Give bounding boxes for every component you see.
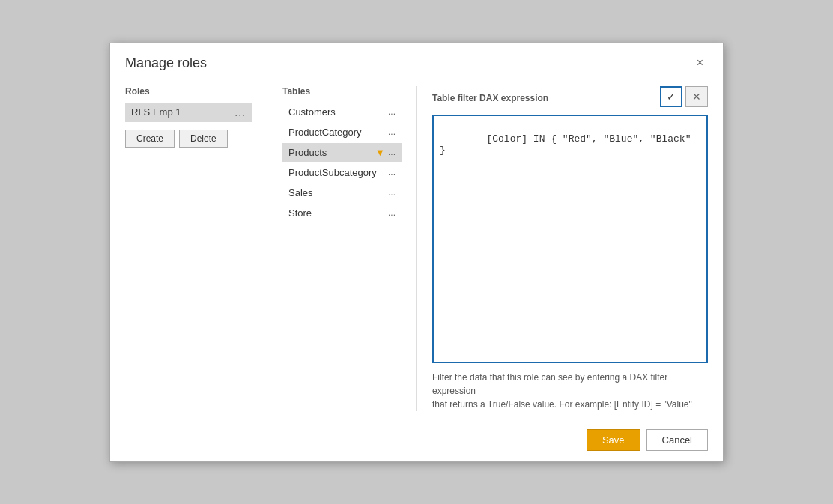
- role-ellipsis: ...: [234, 106, 246, 118]
- dax-hint-line1: Filter the data that this role can see b…: [432, 372, 667, 396]
- role-actions: Create Delete: [125, 130, 252, 148]
- table-item-ellipsis: ...: [388, 187, 396, 198]
- create-role-button[interactable]: Create: [125, 130, 175, 148]
- dialog-header: Manage roles ×: [110, 43, 723, 79]
- table-item-ellipsis: ...: [388, 207, 396, 218]
- dax-hint-line2: that returns a True/False value. For exa…: [432, 399, 692, 410]
- delete-role-button[interactable]: Delete: [179, 130, 228, 148]
- manage-roles-dialog: Manage roles × Roles RLS Emp 1 ... Creat…: [109, 43, 724, 462]
- dax-toolbar: ✓ ✕: [660, 86, 708, 107]
- table-item-ellipsis: ...: [388, 106, 396, 117]
- dialog-footer: Save Cancel: [110, 419, 723, 461]
- table-item-icons: ...: [388, 106, 396, 117]
- table-item-icons: ...: [388, 127, 396, 137]
- filter-icon: ▼: [375, 147, 385, 158]
- dax-editor[interactable]: [Color] IN { "Red", "Blue", "Black" }: [432, 115, 708, 363]
- table-item-ellipsis: ...: [388, 127, 396, 137]
- table-item-name: ProductSubcategory: [288, 167, 388, 178]
- table-item[interactable]: Sales...: [282, 183, 402, 202]
- role-item[interactable]: RLS Emp 1 ...: [125, 103, 252, 122]
- roles-label: Roles: [125, 86, 252, 97]
- table-item-ellipsis: ...: [388, 167, 396, 177]
- table-item-name: Products: [288, 147, 375, 158]
- times-icon: ✕: [692, 91, 701, 103]
- table-item-icons: ▼...: [375, 147, 396, 158]
- dax-expression: [Color] IN { "Red", "Blue", "Black" }: [440, 133, 697, 156]
- save-button[interactable]: Save: [587, 429, 640, 451]
- table-item[interactable]: Store...: [282, 204, 402, 222]
- dialog-body: Roles RLS Emp 1 ... Create Delete Tables…: [110, 79, 723, 411]
- dialog-title: Manage roles: [125, 55, 207, 71]
- dax-confirm-button[interactable]: ✓: [660, 86, 682, 107]
- table-item-name: Customers: [288, 106, 388, 118]
- tables-list: Customers...ProductCategory...Products▼.…: [282, 103, 402, 222]
- table-item-ellipsis: ...: [388, 147, 396, 157]
- dax-column: Table filter DAX expression ✓ ✕ [Color] …: [417, 86, 708, 411]
- table-item-name: Sales: [288, 187, 388, 198]
- cancel-button[interactable]: Cancel: [646, 429, 708, 451]
- checkmark-icon: ✓: [667, 91, 676, 103]
- table-item[interactable]: Customers...: [282, 103, 402, 121]
- dax-hint: Filter the data that this role can see b…: [432, 371, 708, 411]
- table-item[interactable]: Products▼...: [282, 143, 402, 162]
- table-item[interactable]: ProductSubcategory...: [282, 163, 402, 182]
- dax-label: Table filter DAX expression: [432, 93, 548, 103]
- table-item-name: ProductCategory: [288, 127, 388, 138]
- close-button[interactable]: ×: [692, 55, 708, 70]
- table-item-icons: ...: [388, 187, 396, 198]
- tables-column: Tables Customers...ProductCategory...Pro…: [267, 86, 417, 411]
- roles-column: Roles RLS Emp 1 ... Create Delete: [125, 86, 267, 411]
- table-item-icons: ...: [388, 167, 396, 177]
- table-item-icons: ...: [388, 207, 396, 218]
- table-item-name: Store: [288, 207, 388, 219]
- table-item[interactable]: ProductCategory...: [282, 123, 402, 142]
- tables-label: Tables: [282, 86, 402, 97]
- role-name: RLS Emp 1: [131, 106, 181, 118]
- dax-cancel-button[interactable]: ✕: [685, 86, 708, 107]
